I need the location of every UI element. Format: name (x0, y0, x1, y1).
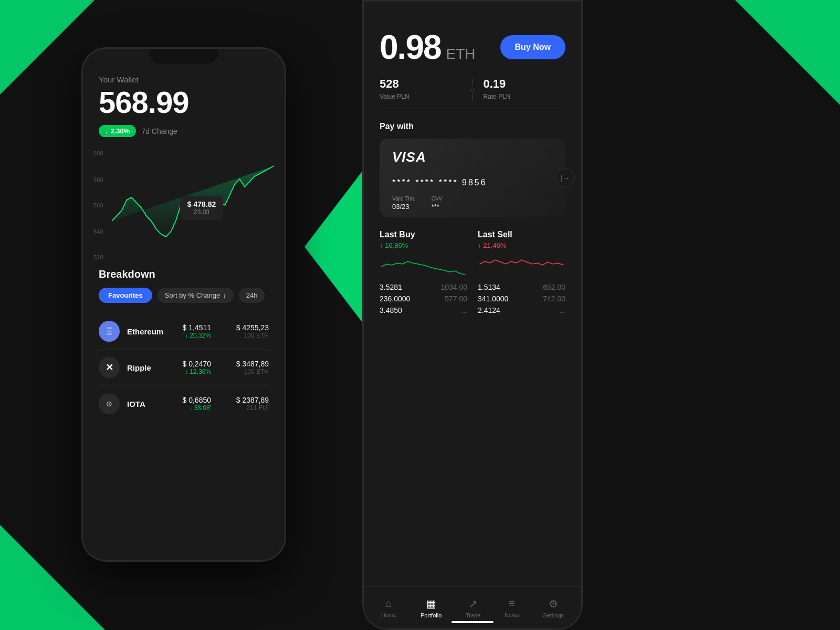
last-buy-r2-sub: 577.00 (445, 295, 467, 303)
ethereum-sub: 100 ETH (222, 332, 269, 339)
valid-thru-label: Valid Thru (392, 196, 416, 202)
nav-home-label: Home (381, 612, 396, 618)
last-sell-r1-main: 1.5134 (478, 283, 500, 291)
stats-row: 528 Value PLN 0.19 Rate PLN (380, 77, 565, 109)
y-label-520: 520 (93, 254, 103, 260)
last-sell-row2: 341.0000 742.00 (478, 295, 565, 303)
phone-notch-left (150, 49, 218, 64)
card-number: **** **** **** 9856 (392, 178, 553, 187)
last-buy-change: ↑ 16,86% (380, 242, 467, 249)
last-buy-r2-main: 236.0000 (380, 295, 410, 303)
last-sell-arrow: ↑ (478, 242, 481, 249)
iota-sub: 211 FUI (222, 404, 269, 412)
iota-price: $ 0,6850 (183, 396, 212, 404)
chart-y-axis: 600 580 560 540 520 (93, 148, 103, 263)
last-sell-r3-main: 2.4124 (478, 306, 500, 314)
bg-decoration-tl (0, 0, 94, 94)
last-sell-r2-main: 341.0000 (478, 295, 508, 303)
iota-price-col: $ 0,6850 ↓ 38.08' (183, 396, 212, 412)
arrow-right-icon: |→ (561, 174, 570, 182)
cvv-value: *** (432, 203, 443, 211)
last-sell-r1-sub: 652.00 (543, 283, 565, 291)
trade-section: Last Buy ↑ 16,86% 3.5281 1034.00 236.000… (380, 230, 565, 318)
nav-portfolio-label: Portfolio (421, 612, 442, 618)
card-valid-thru: Valid Thru 03/23 (392, 196, 416, 211)
ripple-name: Ripple (127, 363, 183, 372)
wallet-label: Your Wallet (99, 75, 269, 84)
stat-rate-pln-col: 0.19 Rate PLN (484, 77, 566, 100)
buy-now-button[interactable]: Buy Now (500, 35, 565, 59)
valid-thru-value: 03/23 (392, 203, 416, 211)
filter-time-button[interactable]: 24h (239, 288, 265, 303)
ethereum-change: ↓ 20,32% (183, 332, 212, 339)
stat1-value: 528 (380, 77, 462, 91)
filter-sort-button[interactable]: Sort by % Change ↓ (158, 288, 234, 303)
ripple-change: ↓ 12,36% (183, 368, 212, 375)
ripple-total: $ 3487,89 (222, 360, 269, 368)
crypto-item-iota[interactable]: ⊕ IOTA $ 0,6850 ↓ 38.08' $ 2387,89 211 F… (99, 386, 269, 422)
stat2-label: Rate PLN (484, 93, 566, 100)
filter-favourites-button[interactable]: Favourites (99, 288, 152, 303)
eth-currency-label: ETH (446, 46, 476, 62)
last-buy-r3-sub: ... (461, 306, 467, 314)
last-buy-r3-main: 3.4850 (380, 306, 402, 314)
last-buy-row2: 236.0000 577.00 (380, 295, 467, 303)
ripple-icon: ✕ (99, 357, 120, 378)
nav-settings-label: Settings (543, 612, 564, 618)
last-buy-sparkline (380, 254, 467, 275)
last-buy-row3: 3.4850 ... (380, 306, 467, 314)
stats-divider (472, 79, 473, 100)
ripple-total-col: $ 3487,89 100 ETH (222, 360, 269, 375)
crypto-list: Ξ Ethereum $ 1,4511 ↓ 20,32% $ 4255,23 1… (99, 313, 269, 422)
eth-price-display: 0.98 ETH (380, 28, 476, 67)
trade-icon: ↗ (469, 597, 478, 610)
nav-news[interactable]: ≡ News (497, 593, 527, 622)
nav-trade[interactable]: ↗ Trade (458, 593, 488, 623)
y-label-600: 600 (93, 150, 103, 156)
ethereum-total: $ 4255,23 (222, 323, 269, 332)
last-sell-row1: 1.5134 652.00 (478, 283, 565, 291)
nav-home[interactable]: ⌂ Home (374, 593, 404, 622)
bottom-nav: ⌂ Home ▦ Portfolio ↗ Trade ≡ News ⚙ Sett… (364, 586, 581, 628)
iota-total: $ 2387,89 (222, 396, 269, 404)
pay-with-label: Pay with (380, 122, 565, 131)
last-buy-col: Last Buy ↑ 16,86% 3.5281 1034.00 236.000… (380, 230, 467, 318)
credit-card[interactable]: VISA **** **** **** 9856 Valid Thru 03/2… (380, 139, 565, 217)
ethereum-total-col: $ 4255,23 100 ETH (222, 323, 269, 339)
last-buy-title: Last Buy (380, 230, 467, 239)
chart-tooltip: $ 478.82 23.03 (180, 196, 224, 220)
bg-decoration-tr (735, 0, 840, 105)
last-buy-row1: 3.5281 1034.00 (380, 283, 467, 291)
tooltip-date: 23.03 (187, 208, 216, 216)
stat2-value: 0.19 (484, 77, 566, 91)
card-next-arrow-button[interactable]: |→ (556, 169, 575, 187)
stat-value-pln-col: 528 Value PLN (380, 77, 462, 100)
ripple-change-arrow: ↓ (185, 368, 188, 375)
ripple-sub: 100 ETH (222, 368, 269, 375)
chart-svg-wrapper: $ 478.82 23.03 (112, 148, 274, 263)
eth-amount: 0.98 (380, 28, 441, 67)
home-icon: ⌂ (385, 597, 392, 610)
iota-icon: ⊕ (99, 393, 120, 414)
last-sell-change: ↑ 21,46% (478, 242, 565, 249)
ripple-price: $ 0,2470 (183, 360, 212, 368)
ethereum-price-col: $ 1,4511 ↓ 20,32% (183, 323, 212, 339)
nav-settings[interactable]: ⚙ Settings (536, 593, 571, 623)
card-cvv: CVV *** (432, 196, 443, 211)
portfolio-icon: ▦ (426, 597, 436, 610)
visa-logo: VISA (392, 149, 553, 165)
last-buy-r1-sub: 1034.00 (440, 283, 467, 291)
arrow-down-icon: ↓ (105, 127, 109, 135)
nav-trade-label: Trade (466, 612, 480, 618)
ripple-price-col: $ 0,2470 ↓ 12,36% (183, 360, 212, 375)
wallet-amount: 568.99 (99, 87, 269, 118)
y-label-540: 540 (93, 228, 103, 235)
nav-active-indicator (452, 621, 494, 623)
crypto-item-ripple[interactable]: ✕ Ripple $ 0,2470 ↓ 12,36% $ 3487,89 100… (99, 350, 269, 386)
last-sell-r2-sub: 742.00 (543, 295, 565, 303)
y-label-580: 580 (93, 176, 103, 183)
nav-portfolio[interactable]: ▦ Portfolio (413, 593, 449, 623)
crypto-item-ethereum[interactable]: Ξ Ethereum $ 1,4511 ↓ 20,32% $ 4255,23 1… (99, 313, 269, 350)
change-badge: ↓ 2.30% (99, 125, 136, 137)
iota-change: ↓ 38.08' (183, 404, 212, 412)
